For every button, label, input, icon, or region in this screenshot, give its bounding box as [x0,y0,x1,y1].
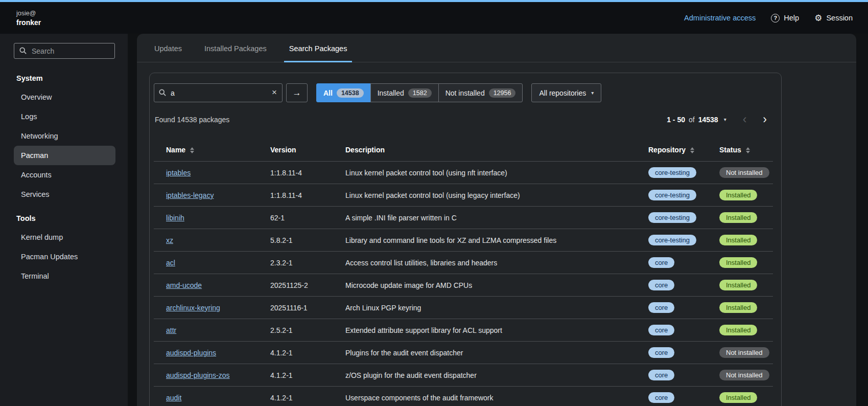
status-badge: Installed [719,302,757,313]
filter-installed[interactable]: Installed 1582 [370,83,439,102]
sidebar-section-title: Tools [0,210,128,228]
repository-dropdown[interactable]: All repositories ▾ [531,83,601,102]
pagination-menu-toggle[interactable]: 1 - 50 of 14538 ▾ [667,116,726,124]
table-row: xz 5.8.2-1 Library and command line tool… [154,229,773,252]
sidebar-item-pacman-updates[interactable]: Pacman Updates [14,247,115,266]
gear-icon: ⚙ [814,14,822,22]
package-link[interactable]: amd-ucode [166,281,202,289]
sidebar-item-services[interactable]: Services [14,185,115,204]
host-switcher[interactable]: josie@ fronker [16,10,41,27]
repository-badge: core-testing [648,167,696,178]
repository-badge: core-testing [648,190,696,200]
pagination-of-label: of [689,116,695,124]
sidebar: System Overview Logs Networking Pacman A… [0,34,128,406]
tab-label: Search Packages [289,44,347,53]
sort-icon [746,147,750,153]
table-row: archlinux-keyring 20251116-1 Arch Linux … [154,297,773,319]
package-search-input[interactable] [154,83,283,102]
package-link[interactable]: iptables-legacy [166,191,214,199]
sidebar-item-logs[interactable]: Logs [14,107,115,126]
sidebar-section: Tools Kernel dump Pacman Updates Termina… [0,210,128,286]
masthead-actions: Administrative access ? Help ⚙ Session [684,14,853,22]
sort-icon [690,147,694,153]
sidebar-search [14,43,115,59]
sidebar-section-list: Kernel dump Pacman Updates Terminal [0,228,128,286]
table-row: iptables-legacy 1:1.8.11-4 Linux kernel … [154,184,773,207]
toolbar: × → All 14538 Installed 1582 Not install… [154,83,777,111]
package-link[interactable]: audispd-plugins [166,349,216,357]
package-description: Microcode update image for AMD CPUs [339,274,642,297]
package-version: 20251125-2 [264,274,339,297]
repository-badge: core [648,370,674,380]
status-badge: Not installed [719,167,769,178]
package-description: A simple .INI file parser written in C [339,207,642,229]
hostname: fronker [16,18,41,27]
filter-all[interactable]: All 14538 [316,83,371,102]
column-header-status[interactable]: Status [713,139,773,162]
table-row: libinih 62-1 A simple .INI file parser w… [154,207,773,229]
package-description: Linux kernel packet control tool (using … [339,162,642,184]
package-link[interactable]: attr [166,326,176,334]
next-page-button[interactable]: › [760,114,770,125]
filter-not-installed[interactable]: Not installed 12956 [438,83,523,102]
sidebar-item-label: Services [21,190,50,198]
package-version: 1:1.8.11-4 [264,162,339,184]
package-link[interactable]: libinih [166,214,184,222]
help-menu[interactable]: ? Help [771,14,799,22]
package-link[interactable]: audit [166,394,181,402]
sidebar-item-label: Logs [21,112,37,121]
session-label: Session [826,14,853,22]
filter-count-badge: 1582 [408,88,432,98]
clear-search-button[interactable]: × [271,87,278,98]
sidebar-item-kernel-dump[interactable]: Kernel dump [14,228,115,247]
question-circle-icon: ? [771,14,780,22]
package-link[interactable]: iptables [166,169,191,177]
sidebar-search-input[interactable] [14,43,115,59]
session-menu[interactable]: ⚙ Session [814,14,853,22]
sidebar-item-overview[interactable]: Overview [14,87,115,107]
sidebar-item-networking[interactable]: Networking [14,126,115,146]
package-table: Name Version Description Repository [154,139,773,406]
package-link[interactable]: xz [166,236,173,244]
package-link[interactable]: audispd-plugins-zos [166,371,230,379]
sidebar-item-pacman[interactable]: Pacman [14,146,115,165]
chevron-down-icon: ▾ [724,117,726,122]
tab-bar: Updates Installed Packages Search Packag… [137,34,856,62]
column-header-repository[interactable]: Repository [642,139,713,162]
column-label: Version [270,146,296,154]
table-row: audispd-plugins-zos 4.1.2-1 z/OS plugin … [154,364,773,387]
sidebar-item-terminal[interactable]: Terminal [14,266,115,286]
search-icon [19,47,27,56]
status-badge: Installed [719,190,757,200]
search-submit-button[interactable]: → [286,83,308,102]
repository-badge: core [648,392,674,403]
masthead: josie@ fronker Administrative access ? H… [0,2,868,34]
sidebar-item-accounts[interactable]: Accounts [14,165,115,185]
tab-installed-packages[interactable]: Installed Packages [199,34,272,62]
sidebar-section: System Overview Logs Networking Pacman A… [0,70,128,204]
tab-updates[interactable]: Updates [149,34,187,62]
package-description: Extended attribute support library for A… [339,319,642,342]
package-link[interactable]: acl [166,259,175,267]
previous-page-button[interactable]: ‹ [740,114,750,125]
column-header-name[interactable]: Name [154,139,264,162]
administrative-access-link[interactable]: Administrative access [684,14,756,22]
tab-search-packages[interactable]: Search Packages [284,34,353,62]
status-badge: Installed [719,257,757,268]
sidebar-section-title: System [0,70,128,87]
filter-label: Not installed [445,89,485,97]
sidebar-item-label: Accounts [21,171,52,179]
package-description: Access control list utilities, libraries… [339,252,642,274]
package-link[interactable]: archlinux-keyring [166,304,220,312]
chevron-left-icon: ‹ [743,112,747,126]
sidebar-item-label: Overview [21,93,52,101]
package-description: Linux kernel packet control tool (using … [339,184,642,207]
pagination: 1 - 50 of 14538 ▾ ‹ › [667,114,770,125]
status-badge: Installed [719,212,757,223]
package-description: Library and command line tools for XZ an… [339,229,642,252]
sidebar-item-label: Kernel dump [21,233,63,241]
repository-badge: core [648,280,674,290]
table-row: audispd-plugins 4.1.2-1 Plugins for the … [154,342,773,364]
status-badge: Installed [719,325,757,335]
package-version: 4.1.2-1 [264,364,339,387]
